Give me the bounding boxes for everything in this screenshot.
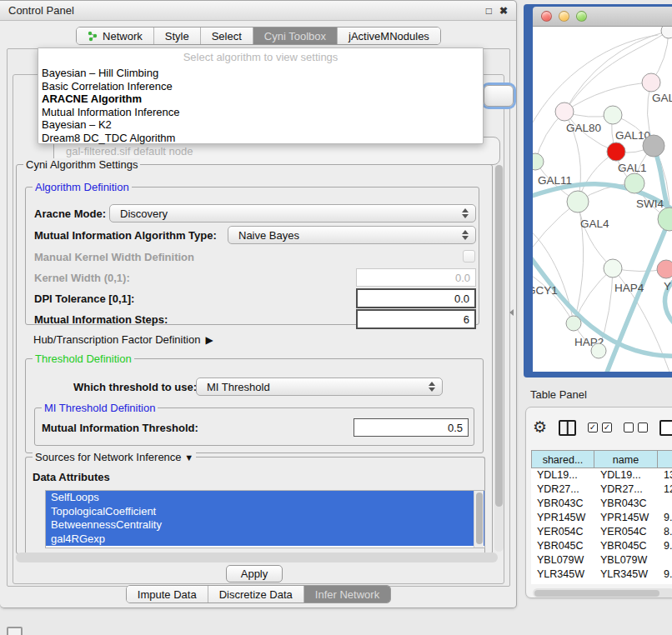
hub-definition-disclosure[interactable]: Hub/Transcription Factor Definition▶ bbox=[33, 333, 213, 346]
table-row[interactable]: YBR045CYBR045C9. bbox=[531, 539, 672, 553]
table-row[interactable]: YER054CYER054C8. bbox=[531, 525, 672, 539]
tab-select[interactable]: Select bbox=[200, 28, 253, 44]
table-header-row: shared...name bbox=[531, 450, 672, 468]
table-toolbar: ⚙ ✓ ✓ bbox=[533, 416, 672, 439]
table-cell: YBL079W bbox=[531, 553, 594, 568]
deselect-all-icon[interactable] bbox=[624, 422, 648, 432]
network-graph: GAL7GAL80GAL10GAL1GAL11GAL4SWI4GCY1HAP4Y… bbox=[533, 27, 672, 372]
table-row[interactable]: YPR145WYPR145W9. bbox=[531, 511, 672, 525]
algorithm-option[interactable]: Basic Correlation Inference bbox=[38, 80, 483, 93]
minimize-traffic-light[interactable] bbox=[559, 11, 569, 22]
minimized-panel-icon[interactable] bbox=[7, 627, 23, 635]
algorithm-option[interactable]: Bayesian – Hill Climbing bbox=[38, 67, 483, 80]
mi-threshold-value: 0.5 bbox=[448, 422, 463, 434]
data-attribute-item[interactable]: TopologicalCoefficient bbox=[46, 505, 484, 519]
top-tab-row: NetworkStyleSelectCyni ToolboxjActiveMNo… bbox=[0, 27, 517, 45]
network-node[interactable] bbox=[661, 27, 672, 38]
manual-kernel-width-checkbox[interactable] bbox=[463, 250, 475, 262]
network-canvas[interactable]: GAL7GAL80GAL10GAL1GAL11GAL4SWI4GCY1HAP4Y… bbox=[533, 27, 672, 372]
mi-threshold-group-title: MI Threshold Definition bbox=[42, 402, 158, 414]
mi-algorithm-type-combobox[interactable]: Naive Bayes bbox=[228, 226, 476, 244]
kernel-width-label: Kernel Width (0,1): bbox=[34, 272, 130, 284]
dpi-tolerance-field[interactable]: 0.0 bbox=[356, 288, 476, 308]
table-cell: YER054C bbox=[531, 525, 594, 539]
network-node-gal7[interactable] bbox=[642, 73, 660, 92]
close-window-icon[interactable]: ✖ bbox=[499, 5, 508, 17]
float-window-icon[interactable]: □ bbox=[486, 5, 492, 17]
bottom-tab-label: Impute Data bbox=[138, 588, 197, 601]
tab-cyni-toolbox[interactable]: Cyni Toolbox bbox=[253, 28, 337, 44]
tab-label: Style bbox=[165, 30, 189, 42]
network-node[interactable] bbox=[591, 343, 606, 358]
data-attribute-item[interactable]: gal4RGexp bbox=[46, 532, 484, 547]
table-column-header[interactable]: shared... bbox=[531, 450, 594, 468]
settings-horizontal-scrollbar[interactable] bbox=[16, 552, 498, 562]
kernel-width-field[interactable]: 0.0 bbox=[356, 268, 476, 287]
apply-button[interactable]: Apply bbox=[226, 565, 283, 582]
mi-algorithm-type-label: Mutual Information Algorithm Type: bbox=[34, 229, 217, 242]
split-panes-icon[interactable] bbox=[559, 420, 576, 436]
network-node[interactable] bbox=[607, 142, 625, 161]
bottom-tab-infer-network[interactable]: Infer Network bbox=[303, 586, 390, 602]
table-horizontal-scrollbar[interactable] bbox=[533, 588, 672, 598]
aracne-mode-combobox[interactable]: Discovery bbox=[109, 204, 476, 222]
table-row[interactable]: YLR345WYLR345W9. bbox=[531, 568, 672, 582]
network-node-gal10[interactable] bbox=[604, 106, 622, 124]
close-traffic-light[interactable] bbox=[541, 11, 552, 22]
tab-label: jActiveMNodules bbox=[349, 30, 429, 42]
column-tool-icon[interactable] bbox=[659, 420, 672, 436]
bottom-tab-impute-data[interactable]: Impute Data bbox=[127, 586, 208, 602]
network-node-gal11[interactable] bbox=[533, 153, 544, 170]
checked-box-icon: ✓ bbox=[588, 422, 598, 432]
mi-threshold-field[interactable]: 0.5 bbox=[354, 418, 469, 437]
bottom-tab-discretize-data[interactable]: Discretize Data bbox=[208, 586, 303, 602]
table-panel: ⚙ ✓ ✓ shared...name YDL19...YDL19...13YD… bbox=[525, 407, 672, 598]
algorithm-option[interactable]: Bayesian – K2 bbox=[38, 118, 483, 132]
algorithm-option[interactable]: Mutual Information Inference bbox=[38, 106, 483, 119]
zoom-traffic-light[interactable] bbox=[576, 11, 587, 22]
network-node-hap4[interactable] bbox=[604, 259, 622, 278]
table-row[interactable]: YBL079WYBL079W bbox=[531, 553, 672, 568]
mi-steps-field[interactable]: 6 bbox=[356, 309, 476, 329]
dpi-tolerance-label: DPI Tolerance [0,1]: bbox=[34, 292, 134, 305]
table-cell: YBL079W bbox=[594, 553, 658, 568]
table-row[interactable]: YIL052CYIL052C9 bbox=[531, 582, 672, 584]
table-data-combobox-value: gal-filtered.sif default node bbox=[66, 145, 193, 158]
tab-style[interactable]: Style bbox=[153, 28, 200, 44]
table-column-header[interactable] bbox=[658, 450, 672, 468]
select-all-icon[interactable]: ✓ ✓ bbox=[588, 422, 612, 432]
algorithm-definition-title: Algorithm Definition bbox=[33, 181, 132, 193]
table-cell: YIL052C bbox=[531, 582, 594, 584]
cyni-algorithm-settings-title: Cyni Algorithm Settings bbox=[23, 158, 140, 171]
table-row[interactable]: YBR043CYBR043C bbox=[531, 497, 672, 511]
network-node-hap2[interactable] bbox=[566, 316, 581, 331]
table-column-header[interactable]: name bbox=[594, 450, 658, 468]
algorithm-option[interactable]: ARACNE Algorithm bbox=[38, 92, 483, 106]
network-node-gal4[interactable] bbox=[567, 191, 589, 212]
network-node-gal1[interactable] bbox=[624, 173, 644, 193]
combo-arrows-icon bbox=[462, 208, 469, 218]
inference-algorithm-combobox[interactable] bbox=[484, 85, 514, 107]
sources-group-title: Sources for Network Inference ▼ bbox=[33, 451, 196, 463]
table-row[interactable]: YDL19...YDL19...13 bbox=[531, 468, 672, 482]
threshold-definition-title: Threshold Definition bbox=[33, 352, 134, 365]
data-attributes-list[interactable]: SelfLoopsTopologicalCoefficientBetweenne… bbox=[45, 490, 485, 548]
tab-network[interactable]: Network bbox=[77, 28, 153, 44]
data-attribute-item[interactable]: BetweennessCentrality bbox=[46, 518, 484, 532]
table-row[interactable]: YDR27...YDR27...12 bbox=[531, 482, 672, 497]
tab-jactivemnodules[interactable]: jActiveMNodules bbox=[337, 28, 440, 44]
network-node-swi4[interactable] bbox=[658, 208, 672, 231]
network-node-y[interactable] bbox=[657, 260, 672, 278]
network-node[interactable] bbox=[643, 135, 664, 157]
settings-vertical-scrollbar[interactable] bbox=[494, 165, 504, 552]
network-node-gal80[interactable] bbox=[555, 102, 574, 121]
data-attribute-item[interactable]: SelfLoops bbox=[46, 491, 484, 505]
algorithm-option[interactable]: Dream8 DC_TDC Algorithm bbox=[38, 132, 483, 145]
which-threshold-combobox[interactable]: MI Threshold bbox=[196, 378, 443, 396]
gear-icon[interactable]: ⚙ bbox=[533, 419, 547, 436]
kernel-width-value: 0.0 bbox=[455, 272, 470, 284]
panel-splitter-arrow-icon[interactable] bbox=[509, 309, 514, 316]
apply-button-label: Apply bbox=[241, 568, 268, 580]
attributes-scrollbar[interactable] bbox=[474, 491, 484, 548]
tab-label: Select bbox=[212, 30, 242, 42]
